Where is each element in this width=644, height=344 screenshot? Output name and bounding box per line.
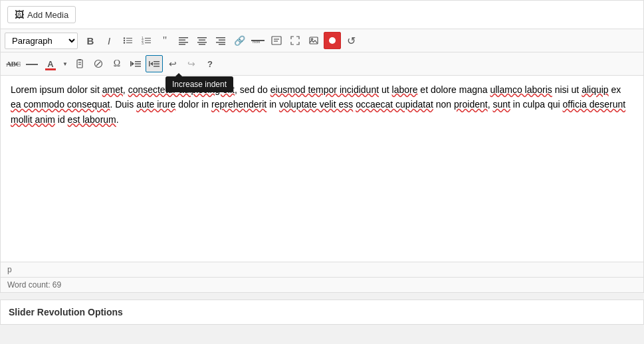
record-button[interactable] xyxy=(324,32,341,49)
text-color-indicator xyxy=(45,68,56,70)
word-count-label: Word count: xyxy=(7,280,50,290)
svg-line-36 xyxy=(96,62,100,66)
svg-point-0 xyxy=(124,37,125,39)
slider-revolution-section: Slider Revolution Options xyxy=(0,300,644,325)
svg-rect-41 xyxy=(130,61,132,66)
refresh-button[interactable]: ↺ xyxy=(342,32,360,49)
spell-consectetur: consectetur adipiscing elit xyxy=(128,84,235,95)
svg-rect-38 xyxy=(135,61,141,62)
more-tag-button[interactable]: more xyxy=(249,32,267,49)
horizontal-rule-button[interactable]: — xyxy=(23,55,41,72)
status-bar: p xyxy=(1,262,643,277)
svg-rect-31 xyxy=(77,60,82,68)
svg-rect-40 xyxy=(135,66,141,67)
italic-button[interactable]: I xyxy=(100,32,118,49)
svg-rect-45 xyxy=(154,66,160,67)
svg-point-2 xyxy=(124,40,125,41)
toggle-toolbar-button[interactable] xyxy=(268,32,285,49)
paragraph-select[interactable]: Paragraph Heading 1 Heading 2 Heading 3 … xyxy=(5,33,78,49)
svg-rect-5 xyxy=(126,43,132,43)
svg-rect-13 xyxy=(179,40,185,41)
spell-est: est laborum xyxy=(68,114,116,125)
align-left-button[interactable] xyxy=(175,32,192,49)
spell-ea: ea commodo consequat xyxy=(11,99,110,110)
text-color-arrow[interactable]: ▼ xyxy=(60,55,70,72)
spell-amet: amet xyxy=(102,84,123,95)
toolbar-row1: Paragraph Heading 1 Heading 2 Heading 3 … xyxy=(1,29,643,52)
text-color-button[interactable]: A xyxy=(42,55,59,72)
redo-button[interactable]: ↪ xyxy=(183,55,200,72)
insert-image-button[interactable] xyxy=(305,32,322,49)
undo-button[interactable]: ↩ xyxy=(164,55,181,72)
svg-rect-9 xyxy=(145,41,151,41)
bold-button[interactable]: B xyxy=(82,32,99,49)
increase-indent-button[interactable] xyxy=(146,55,163,72)
spell-eiusmod: eiusmod tempor incididunt xyxy=(270,84,379,95)
svg-text:3.: 3. xyxy=(142,41,144,45)
svg-marker-42 xyxy=(150,62,153,66)
link-button[interactable]: 🔗 xyxy=(231,32,248,49)
svg-rect-22 xyxy=(216,42,225,43)
svg-rect-3 xyxy=(126,41,132,41)
add-media-bar: 🖼 Add Media xyxy=(1,1,643,29)
svg-point-30 xyxy=(311,39,312,40)
svg-rect-19 xyxy=(199,44,205,45)
clear-format-button[interactable] xyxy=(90,55,107,72)
svg-rect-32 xyxy=(78,59,81,60)
add-media-label: Add Media xyxy=(27,10,68,20)
paste-text-button[interactable] xyxy=(71,55,88,72)
svg-rect-18 xyxy=(197,42,207,43)
unordered-list-button[interactable] xyxy=(119,32,136,49)
word-count-bar: Word count: 69 xyxy=(1,277,643,292)
svg-rect-44 xyxy=(154,64,160,65)
svg-rect-7 xyxy=(145,38,151,39)
svg-point-4 xyxy=(124,42,125,43)
text-color-icon: A xyxy=(47,59,53,69)
svg-rect-23 xyxy=(219,44,225,45)
add-media-icon: 🖼 xyxy=(15,9,24,20)
decrease-indent-button[interactable] xyxy=(127,55,144,72)
editor-content-area[interactable]: Lorem ipsum dolor sit amet, consectetur … xyxy=(1,76,643,262)
svg-rect-14 xyxy=(179,42,188,43)
svg-rect-17 xyxy=(199,40,205,41)
svg-rect-1 xyxy=(126,38,132,39)
spell-sunt: sunt xyxy=(492,99,510,110)
svg-rect-15 xyxy=(179,44,185,45)
svg-marker-37 xyxy=(132,62,134,66)
svg-rect-21 xyxy=(219,40,225,41)
slider-revolution-title: Slider Revolution Options xyxy=(9,307,123,317)
spell-proident: proident xyxy=(454,99,488,110)
editor-container: 🖼 Add Media Paragraph Heading 1 Heading … xyxy=(0,0,644,293)
spell-ullamco: ullamco laboris xyxy=(490,84,552,95)
svg-text:more: more xyxy=(253,40,261,44)
svg-rect-20 xyxy=(216,37,225,39)
svg-rect-26 xyxy=(272,37,281,44)
spell-aliquip: aliquip xyxy=(582,84,608,95)
align-right-button[interactable] xyxy=(212,32,229,49)
ordered-list-button[interactable]: 1.2.3. xyxy=(138,32,155,49)
spell-occaecat: occaecat cupidatat xyxy=(356,99,433,110)
svg-rect-11 xyxy=(145,43,151,43)
svg-rect-46 xyxy=(149,61,150,66)
toolbar-row2: ABC — A ▼ Ω ↩ ↪ ? Increase indent xyxy=(1,52,643,76)
current-tag: p xyxy=(7,265,12,274)
svg-rect-39 xyxy=(135,64,141,65)
special-char-button[interactable]: Ω xyxy=(108,55,126,72)
align-center-button[interactable] xyxy=(193,32,211,49)
strikethrough-button[interactable]: ABC xyxy=(5,55,22,72)
help-button[interactable]: ? xyxy=(201,55,219,72)
add-media-button[interactable]: 🖼 Add Media xyxy=(7,6,76,23)
word-count-value: 69 xyxy=(53,280,61,290)
svg-rect-16 xyxy=(197,37,207,39)
editor-paragraph[interactable]: Lorem ipsum dolor sit amet, consectetur … xyxy=(11,82,633,127)
blockquote-button[interactable]: " xyxy=(156,32,173,49)
svg-rect-43 xyxy=(154,61,160,62)
spell-voluptate: voluptate velit ess xyxy=(279,99,353,110)
spell-labore: labore xyxy=(392,84,418,95)
spell-reprehenderit: reprehenderit xyxy=(211,99,267,110)
fullscreen-button[interactable] xyxy=(286,32,304,49)
spell-aute: aute irure xyxy=(136,99,175,110)
svg-rect-12 xyxy=(179,37,188,39)
